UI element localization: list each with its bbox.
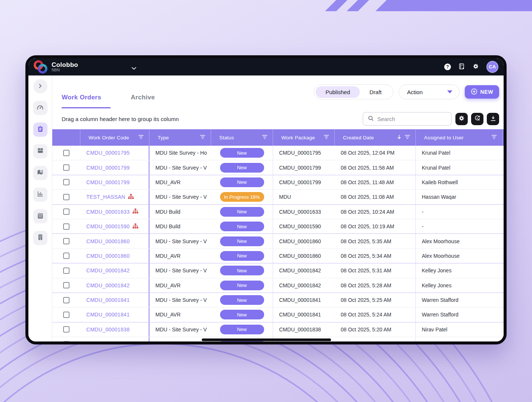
- row-checkbox[interactable]: [63, 179, 69, 185]
- sidebar-expand-button[interactable]: [33, 79, 47, 93]
- work-order-code-link[interactable]: CMDU_00001860: [86, 238, 130, 244]
- sidebar-item-dashboard[interactable]: [33, 101, 47, 115]
- sidebar-item-calendar[interactable]: [33, 209, 47, 223]
- work-order-code-link[interactable]: CMDU_00001590: [86, 223, 130, 229]
- brand-block: Colobbo NBN: [52, 62, 78, 72]
- row-checkbox[interactable]: [63, 341, 69, 341]
- column-settings-button[interactable]: [455, 113, 468, 125]
- search-icon: [368, 115, 374, 123]
- status-badge: New: [220, 325, 264, 334]
- box-icon: [37, 147, 44, 156]
- created-date-cell: 08 Oct 2025, 5:35 AM: [341, 238, 391, 244]
- status-badge: New: [220, 148, 264, 158]
- row-checkbox[interactable]: [63, 238, 69, 244]
- work-order-code-link[interactable]: CMDU_00001841: [86, 297, 130, 303]
- published-segment[interactable]: Published: [316, 86, 360, 98]
- table-row: CMDU_00001838 MDU - Site Survey - V New …: [52, 322, 504, 337]
- work-order-code-link[interactable]: CMDU_00001838: [86, 327, 130, 333]
- work-package-cell: CMDU_00001838: [279, 327, 321, 333]
- reset-sync-button[interactable]: [471, 113, 483, 125]
- assignee-cell: Alex Moorhouse: [422, 238, 460, 244]
- row-checkbox[interactable]: [63, 297, 69, 303]
- hierarchy-icon: [132, 208, 139, 215]
- work-package-cell: MDU: [279, 194, 291, 200]
- gear-icon: [458, 115, 465, 123]
- draft-segment[interactable]: Draft: [360, 86, 392, 98]
- sidebar-item-inventory[interactable]: [33, 144, 47, 158]
- desktop: { "brand": { "name": "Colobbo", "subtitl…: [0, 0, 532, 402]
- header-assigned-to-user[interactable]: Assigned to User: [416, 129, 502, 146]
- created-date-cell: 08 Oct 2025, 11:58 AM: [341, 165, 394, 171]
- main-content: Work Orders Archive Published Draft Acti…: [52, 75, 504, 341]
- assignee-cell: Warren Stafford: [422, 297, 458, 303]
- row-checkbox[interactable]: [63, 208, 69, 215]
- work-order-code-link[interactable]: CMDU_00001795: [86, 150, 130, 156]
- row-checkbox[interactable]: [63, 282, 69, 288]
- header-status[interactable]: Status: [211, 129, 273, 146]
- sidebar-item-map[interactable]: [33, 166, 47, 180]
- tab-work-orders[interactable]: Work Orders: [62, 94, 111, 108]
- row-checkbox[interactable]: [63, 268, 69, 274]
- sort-desc-icon[interactable]: [397, 134, 401, 140]
- assignee-cell: Kelley Jones: [422, 268, 451, 273]
- filter-icon[interactable]: [324, 134, 329, 140]
- filter-icon[interactable]: [200, 134, 205, 140]
- dashboard-icon: [36, 103, 44, 113]
- row-checkbox[interactable]: [63, 312, 69, 318]
- work-orders-table: Work Order Code Type Status Work Package: [52, 129, 504, 341]
- release-notes-icon[interactable]: [458, 63, 465, 71]
- filter-icon[interactable]: [405, 134, 410, 140]
- type-cell: MDU_AVR: [155, 282, 180, 288]
- filter-icon[interactable]: [262, 134, 267, 140]
- row-checkbox[interactable]: [63, 223, 69, 230]
- user-avatar[interactable]: CA: [486, 61, 498, 73]
- header-created-date[interactable]: Created Date: [335, 129, 416, 146]
- horizontal-scrollbar[interactable]: [202, 338, 331, 341]
- row-checkbox[interactable]: [63, 150, 69, 156]
- plus-circle-icon: [471, 88, 477, 96]
- row-checkbox[interactable]: [63, 326, 69, 333]
- row-checkbox[interactable]: [63, 253, 69, 259]
- assignee-cell: Warren Stafford: [422, 312, 458, 318]
- type-cell: MDU - Site Survey - V: [155, 327, 207, 333]
- status-badge: New: [220, 222, 264, 231]
- work-order-code-link[interactable]: CMDU_00001842: [86, 282, 130, 288]
- work-order-code-link[interactable]: CMDU_00001799: [86, 165, 130, 171]
- sidebar-item-work-orders[interactable]: [33, 123, 47, 137]
- header-type[interactable]: Type: [149, 129, 211, 146]
- tab-archive[interactable]: Archive: [131, 94, 155, 108]
- created-date-cell: 08 Oct 2025, 5:31 AM: [341, 268, 391, 273]
- table-row: CMDU_00001795 MDU Site Survey - Ho New C…: [52, 146, 504, 160]
- work-order-code-link[interactable]: CMDU_00001799: [86, 179, 130, 185]
- action-dropdown-label: Action: [407, 89, 423, 95]
- type-cell: MDU Build: [155, 209, 180, 215]
- status-badge: New: [220, 295, 264, 305]
- action-dropdown[interactable]: Action: [399, 84, 460, 99]
- export-button[interactable]: [487, 113, 499, 125]
- work-order-code-link[interactable]: TEST_HASSAN: [86, 194, 125, 200]
- sidebar-item-reports[interactable]: [33, 188, 47, 202]
- search-input[interactable]: [377, 116, 447, 122]
- row-checkbox[interactable]: [63, 194, 69, 200]
- work-order-code-link[interactable]: CMDU_00001633: [86, 209, 130, 215]
- sync-settings-icon: [474, 115, 481, 123]
- help-icon[interactable]: ?: [444, 64, 451, 70]
- assignee-cell: Kaileb Rothwell: [422, 179, 458, 185]
- work-order-code-link[interactable]: CMDU_00001841: [86, 312, 130, 318]
- filter-icon[interactable]: [138, 134, 144, 140]
- created-date-cell: 08 Oct 2025, 11:08 AM: [341, 194, 394, 200]
- status-badge: New: [220, 163, 264, 173]
- work-package-cell: CMDU_00001633: [279, 209, 321, 215]
- work-order-code-link[interactable]: CMDU_00001860: [86, 253, 130, 259]
- work-order-code-link[interactable]: CMDU_00001842: [86, 268, 130, 273]
- header-work-order-code[interactable]: Work Order Code: [80, 129, 149, 146]
- new-button[interactable]: NEW: [465, 85, 499, 99]
- assignee-cell: Krunal Patel: [422, 150, 450, 156]
- header-work-package[interactable]: Work Package: [273, 129, 335, 146]
- created-date-cell: 08 Oct 2025, 12:04 PM: [341, 150, 395, 156]
- filter-icon[interactable]: [491, 134, 497, 140]
- row-checkbox[interactable]: [63, 164, 69, 171]
- workspace-chevron-down-icon[interactable]: [132, 65, 136, 71]
- settings-gear-icon[interactable]: [472, 63, 479, 71]
- sidebar-item-sites[interactable]: [33, 231, 47, 245]
